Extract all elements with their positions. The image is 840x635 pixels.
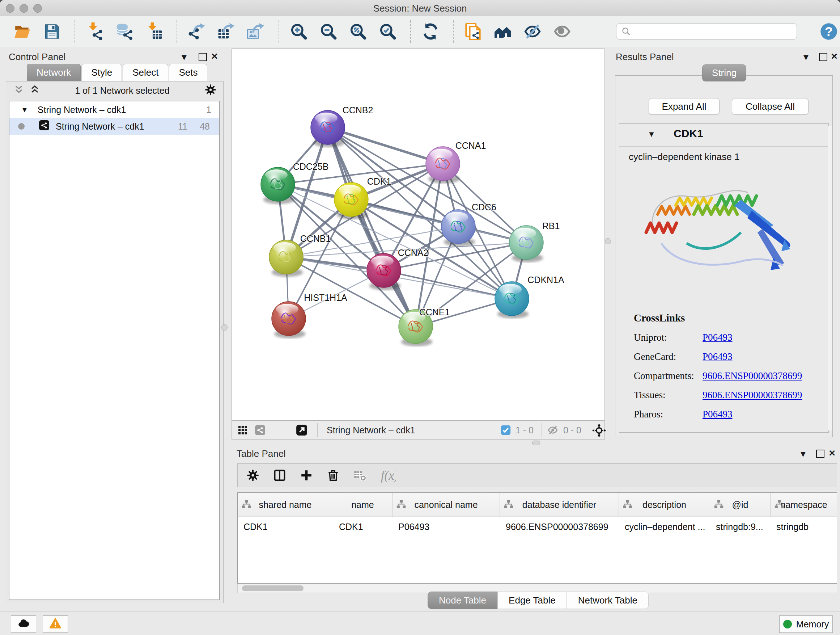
- tab-select[interactable]: Select: [123, 64, 168, 81]
- hide-selected-button[interactable]: [523, 21, 543, 42]
- crosslink-value-link[interactable]: P06493: [703, 409, 733, 420]
- export-image-button[interactable]: [246, 21, 266, 42]
- column-header-database-identifier[interactable]: database identifier: [500, 493, 619, 516]
- table-panel-menu-icon[interactable]: ▼: [799, 449, 807, 459]
- cell-shared-name[interactable]: CDK1: [238, 522, 333, 532]
- collapse-all-icon[interactable]: [13, 84, 24, 97]
- node-CCNB1[interactable]: [269, 240, 303, 277]
- node-CDKN1A[interactable]: [495, 282, 529, 318]
- tab-sets[interactable]: Sets: [169, 64, 207, 81]
- node-HIST1H1A[interactable]: [272, 302, 306, 339]
- tab-network-table[interactable]: Network Table: [567, 592, 649, 609]
- cell--id[interactable]: stringdb:9...: [710, 522, 771, 532]
- import-network-file-button[interactable]: [85, 21, 105, 42]
- add-button[interactable]: [300, 469, 313, 482]
- results-panel-menu-icon[interactable]: ▼: [802, 52, 810, 62]
- collapse-triangle-icon[interactable]: ▼: [21, 106, 28, 114]
- grid-view-button[interactable]: [237, 424, 248, 437]
- cdk1-section-header[interactable]: ▼ CDK1: [619, 124, 829, 147]
- gear-icon[interactable]: [204, 84, 217, 97]
- zoom-selected-button[interactable]: [378, 21, 398, 42]
- cell-namespace[interactable]: stringdb: [771, 522, 837, 532]
- vertical-splitter-handle-left[interactable]: [221, 325, 227, 331]
- table-row[interactable]: CDK1CDK1P064939606.ENSP00000378699cyclin…: [238, 517, 837, 537]
- edge-CCNA2-CDKN1A[interactable]: [384, 271, 512, 299]
- vertical-splitter-handle-right[interactable]: [605, 238, 611, 244]
- cell-canonical-name[interactable]: P06493: [393, 522, 500, 532]
- network-canvas[interactable]: CCNB2CCNA1CDC25BCDK1CDC6RB1CCNB1CCNA2CDK…: [232, 49, 605, 421]
- import-network-database-button[interactable]: [114, 21, 134, 42]
- selected-checkbox-icon[interactable]: [500, 424, 511, 437]
- node-CCNB2[interactable]: [311, 111, 345, 147]
- horizontal-splitter-handle[interactable]: [532, 440, 540, 445]
- tab-edge-table[interactable]: Edge Table: [497, 592, 567, 609]
- control-panel-float-icon[interactable]: [199, 53, 207, 61]
- crosslink-value-link[interactable]: P06493: [703, 351, 733, 363]
- title-bar[interactable]: Session: New Session: [0, 0, 840, 16]
- expand-all-button[interactable]: Expand All: [649, 98, 720, 115]
- crosslink-value-link[interactable]: 9606.ENSP00000378699: [703, 390, 802, 401]
- cell-database-identifier[interactable]: 9606.ENSP00000378699: [500, 522, 619, 532]
- expand-all-icon[interactable]: [29, 84, 40, 97]
- fit-selected-button[interactable]: [592, 424, 606, 439]
- column-header-shared-name[interactable]: shared name: [238, 493, 333, 516]
- column-header--id[interactable]: @id: [710, 493, 771, 516]
- warnings-button[interactable]: [43, 616, 68, 633]
- table-panel-float-icon[interactable]: [816, 450, 824, 458]
- zoom-fit-button[interactable]: [348, 21, 368, 42]
- tab-network[interactable]: Network: [27, 64, 81, 81]
- column-header-description[interactable]: description: [619, 493, 710, 516]
- results-scrollbar[interactable]: [828, 126, 832, 431]
- cell-name[interactable]: CDK1: [333, 522, 393, 532]
- collapse-all-button[interactable]: Collapse All: [732, 98, 808, 115]
- results-panel-float-icon[interactable]: [819, 53, 827, 61]
- control-panel-menu-icon[interactable]: ▼: [180, 52, 188, 62]
- show-all-button[interactable]: [552, 21, 572, 42]
- node-CCNA1[interactable]: [426, 147, 460, 184]
- search-input[interactable]: [616, 23, 797, 40]
- help-button[interactable]: ?: [819, 22, 838, 41]
- table-panel-close-icon[interactable]: ✕: [829, 448, 836, 458]
- delete-table-button[interactable]: [354, 469, 366, 482]
- memory-button[interactable]: Memory: [779, 616, 833, 633]
- node-CDK1[interactable]: [334, 182, 368, 219]
- import-table-file-button[interactable]: [144, 21, 164, 42]
- scrollbar-thumb[interactable]: [242, 585, 303, 591]
- node-CCNA2[interactable]: [367, 253, 401, 290]
- node-CDC25B[interactable]: [261, 167, 295, 204]
- function-button[interactable]: f(x): [380, 467, 396, 483]
- tab-string[interactable]: String: [702, 65, 746, 81]
- network-row[interactable]: String Network – cdk1 11 48: [9, 118, 219, 135]
- column-header-canonical-name[interactable]: canonical name: [393, 493, 500, 516]
- results-panel-close-icon[interactable]: ✕: [831, 51, 838, 62]
- share-view-button[interactable]: [254, 424, 266, 437]
- zoom-out-button[interactable]: [318, 21, 339, 42]
- delete-button[interactable]: [327, 469, 340, 482]
- edge-CCNB2-CCNA1[interactable]: [328, 127, 443, 164]
- node-RB1[interactable]: [509, 226, 543, 263]
- export-network-button[interactable]: [187, 21, 207, 42]
- node-CDC6[interactable]: [441, 210, 475, 247]
- open-session-button[interactable]: [12, 21, 33, 42]
- copy-network-button[interactable]: [463, 21, 483, 42]
- gear-button[interactable]: [246, 469, 259, 482]
- column-header-name[interactable]: name: [333, 493, 393, 516]
- refresh-button[interactable]: [420, 21, 441, 42]
- open-in-window-button[interactable]: [295, 424, 308, 438]
- zoom-in-button[interactable]: [289, 21, 309, 42]
- cell-description[interactable]: cyclin–dependent ...: [619, 522, 710, 532]
- tab-style[interactable]: Style: [81, 64, 122, 81]
- node-table[interactable]: shared name name canonical name database…: [237, 492, 837, 584]
- control-panel-close-icon[interactable]: ✕: [211, 51, 218, 62]
- tab-node-table[interactable]: Node Table: [428, 592, 497, 609]
- section-collapse-triangle-icon[interactable]: ▼: [647, 130, 655, 139]
- network-collection-row[interactable]: ▼ String Network – cdk1 1: [9, 101, 219, 118]
- crosslink-value-link[interactable]: P06493: [703, 332, 733, 343]
- crosslink-value-link[interactable]: 9606.ENSP00000378699: [703, 371, 802, 382]
- export-table-button[interactable]: [216, 21, 237, 42]
- network-overview-button[interactable]: [493, 21, 513, 42]
- cloud-button[interactable]: [11, 616, 36, 633]
- save-session-button[interactable]: [42, 21, 62, 42]
- columns-button[interactable]: [273, 469, 286, 482]
- column-header-namespace[interactable]: namespace: [771, 493, 837, 516]
